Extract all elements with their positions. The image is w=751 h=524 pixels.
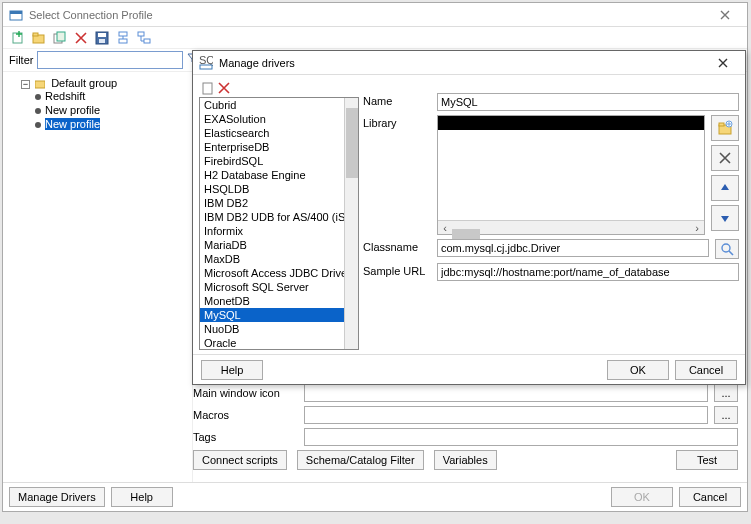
driver-list[interactable]: CubridEXASolutionElasticsearchEnterprise… xyxy=(200,98,344,349)
sampleurl-label: Sample URL xyxy=(363,263,431,277)
ok-button[interactable]: OK xyxy=(611,487,673,507)
svg-rect-12 xyxy=(138,32,144,36)
schema-filter-button[interactable]: Schema/Catalog Filter xyxy=(297,450,424,470)
driver-list-wrap: CubridEXASolutionElasticsearchEnterprise… xyxy=(199,97,359,350)
svg-rect-11 xyxy=(119,39,127,43)
tree-group[interactable]: − Default group Redshift New profile New… xyxy=(19,76,188,132)
name-field[interactable] xyxy=(437,93,739,111)
new-profile-icon[interactable] xyxy=(9,29,27,47)
svg-point-21 xyxy=(722,244,730,252)
close-button[interactable] xyxy=(709,5,741,25)
driver-list-item[interactable]: NuoDB xyxy=(200,322,344,336)
variables-button[interactable]: Variables xyxy=(434,450,497,470)
modal-close-button[interactable] xyxy=(707,53,739,73)
tree-item[interactable]: Redshift xyxy=(33,89,186,103)
driver-list-item[interactable]: HSQLDB xyxy=(200,182,344,196)
main-window-icon-browse-button[interactable]: ... xyxy=(714,384,738,402)
bullet-icon xyxy=(35,94,41,100)
driver-list-item[interactable]: Informix xyxy=(200,224,344,238)
bullet-icon xyxy=(35,108,41,114)
hscroll-thumb[interactable] xyxy=(452,229,480,239)
driver-list-item[interactable]: MySQL xyxy=(200,308,344,322)
profile-tree[interactable]: − Default group Redshift New profile New… xyxy=(3,72,193,482)
classname-field[interactable] xyxy=(437,239,709,257)
driver-toolbar xyxy=(199,79,359,97)
scroll-left-icon[interactable]: ‹ xyxy=(438,221,452,235)
library-selected-item[interactable] xyxy=(438,116,704,130)
name-label: Name xyxy=(363,93,431,107)
delete-icon[interactable] xyxy=(72,29,90,47)
driver-list-item[interactable]: EnterpriseDB xyxy=(200,140,344,154)
svg-rect-19 xyxy=(719,123,724,126)
driver-list-item[interactable]: FirebirdSQL xyxy=(200,154,344,168)
profile-form-lower: Main window icon ... Macros ... Tags Con… xyxy=(193,384,738,470)
detect-class-button[interactable] xyxy=(715,239,739,259)
svg-rect-8 xyxy=(98,33,106,37)
new-group-icon[interactable] xyxy=(30,29,48,47)
driver-scrollbar[interactable] xyxy=(344,98,358,349)
svg-rect-9 xyxy=(99,39,105,43)
macros-field[interactable] xyxy=(304,406,708,424)
save-icon[interactable] xyxy=(93,29,111,47)
connect-scripts-button[interactable]: Connect scripts xyxy=(193,450,287,470)
driver-list-item[interactable]: MariaDB xyxy=(200,238,344,252)
move-up-button[interactable] xyxy=(711,175,739,201)
driver-list-item[interactable]: MonetDB xyxy=(200,294,344,308)
classname-label: Classname xyxy=(363,239,431,253)
driver-list-item[interactable]: Oracle xyxy=(200,336,344,349)
library-label: Library xyxy=(363,115,431,235)
cancel-button[interactable]: Cancel xyxy=(679,487,741,507)
svg-rect-16 xyxy=(200,65,212,69)
tree-collapse-icon[interactable] xyxy=(135,29,153,47)
sql-icon: SQL xyxy=(199,56,213,70)
copy-profile-icon[interactable] xyxy=(51,29,69,47)
tree-item[interactable]: New profile xyxy=(33,117,186,131)
toolbar xyxy=(3,27,747,49)
scrollbar-thumb[interactable] xyxy=(346,108,358,178)
driver-list-item[interactable]: IBM DB2 UDB for AS/400 (iSeries) xyxy=(200,210,344,224)
svg-rect-6 xyxy=(57,32,65,41)
driver-list-item[interactable]: MaxDB xyxy=(200,252,344,266)
footer: Manage Drivers Help OK Cancel xyxy=(3,482,747,510)
add-library-button[interactable] xyxy=(711,115,739,141)
modal-cancel-button[interactable]: Cancel xyxy=(675,360,737,380)
delete-driver-icon[interactable] xyxy=(218,82,230,94)
main-window-icon-field[interactable] xyxy=(304,384,708,402)
scroll-right-icon[interactable]: › xyxy=(690,221,704,235)
remove-library-button[interactable] xyxy=(711,145,739,171)
sampleurl-field[interactable] xyxy=(437,263,739,281)
driver-list-item[interactable]: Microsoft SQL Server xyxy=(200,280,344,294)
modal-title: Manage drivers xyxy=(219,57,295,69)
svg-rect-1 xyxy=(10,11,22,14)
modal-help-button[interactable]: Help xyxy=(201,360,263,380)
svg-rect-4 xyxy=(33,33,38,36)
tags-field[interactable] xyxy=(304,428,738,446)
modal-body: CubridEXASolutionElasticsearchEnterprise… xyxy=(193,75,745,354)
svg-rect-17 xyxy=(203,83,212,94)
filter-input[interactable] xyxy=(37,51,183,69)
move-down-button[interactable] xyxy=(711,205,739,231)
svg-rect-14 xyxy=(35,81,45,88)
driver-list-item[interactable]: H2 Database Engine xyxy=(200,168,344,182)
driver-list-item[interactable]: Cubrid xyxy=(200,98,344,112)
driver-list-item[interactable]: Microsoft Access JDBC Driver xyxy=(200,266,344,280)
help-button[interactable]: Help xyxy=(111,487,173,507)
test-button[interactable]: Test xyxy=(676,450,738,470)
library-hscrollbar[interactable]: ‹ › xyxy=(438,220,704,234)
window-title: Select Connection Profile xyxy=(29,9,153,21)
library-list[interactable]: ‹ › xyxy=(437,115,705,235)
manage-drivers-button[interactable]: Manage Drivers xyxy=(9,487,105,507)
svg-rect-13 xyxy=(144,39,150,43)
macros-browse-button[interactable]: ... xyxy=(714,406,738,424)
tree-expand-icon[interactable] xyxy=(114,29,132,47)
collapse-icon[interactable]: − xyxy=(21,80,30,89)
bullet-icon xyxy=(35,122,41,128)
driver-list-item[interactable]: EXASolution xyxy=(200,112,344,126)
driver-list-item[interactable]: IBM DB2 xyxy=(200,196,344,210)
titlebar: Select Connection Profile xyxy=(3,3,747,27)
tree-item[interactable]: New profile xyxy=(33,103,186,117)
driver-list-item[interactable]: Elasticsearch xyxy=(200,126,344,140)
modal-ok-button[interactable]: OK xyxy=(607,360,669,380)
new-driver-icon[interactable] xyxy=(201,81,215,95)
tags-label: Tags xyxy=(193,431,298,443)
